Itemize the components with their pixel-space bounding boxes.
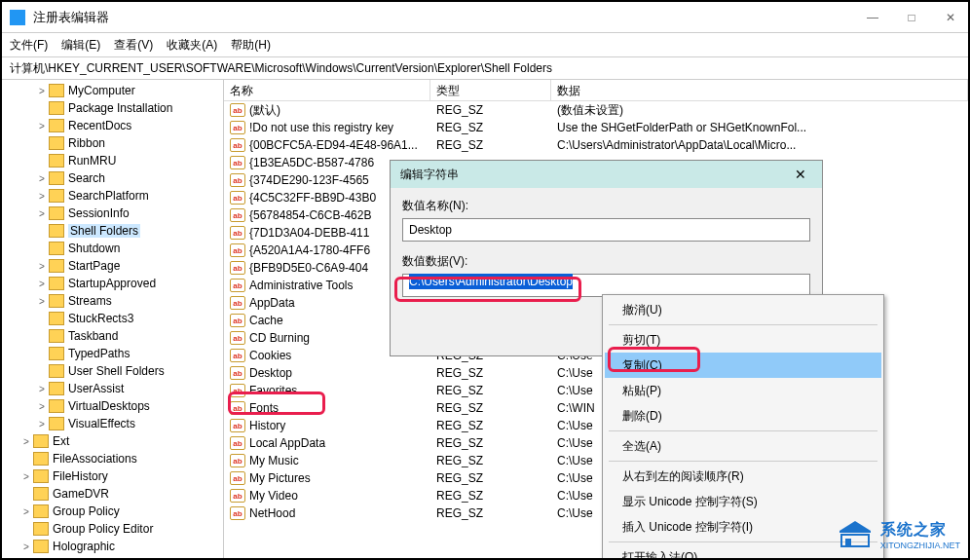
watermark-icon — [836, 519, 875, 550]
col-header-name[interactable]: 名称 — [224, 80, 430, 100]
menu-view[interactable]: 查看(V) — [114, 37, 153, 54]
menu-help[interactable]: 帮助(H) — [231, 37, 271, 54]
cell-type: REG_SZ — [430, 121, 551, 134]
col-header-type[interactable]: 类型 — [430, 80, 551, 100]
tree-item-label: FileAssociations — [53, 452, 137, 466]
folder-icon — [49, 242, 64, 255]
maximize-button[interactable]: □ — [902, 8, 921, 27]
folder-icon — [49, 294, 64, 308]
chevron-icon[interactable]: > — [35, 86, 49, 96]
reg-string-icon: ab — [230, 401, 245, 415]
cell-name: abLocal AppData — [224, 436, 430, 450]
context-menu-item[interactable]: 显示 Unicode 控制字符(S) — [605, 489, 881, 514]
folder-icon — [33, 452, 49, 466]
chevron-icon[interactable]: > — [35, 208, 49, 219]
chevron-icon[interactable]: > — [35, 279, 49, 289]
list-row[interactable]: ab!Do not use this registry keyREG_SZUse… — [224, 119, 968, 136]
cell-name: abHistory — [224, 419, 430, 432]
chevron-icon[interactable]: > — [19, 541, 33, 552]
tree-item[interactable]: Package Installation — [2, 99, 223, 117]
cell-data: C:\Users\Administrator\AppData\Local\Mic… — [551, 138, 968, 152]
reg-string-icon: ab — [230, 349, 245, 362]
context-menu-item[interactable]: 删除(D) — [605, 403, 881, 429]
context-menu-item[interactable]: 从右到左的阅读顺序(R) — [605, 464, 881, 489]
close-button[interactable]: ✕ — [941, 8, 960, 27]
list-row[interactable]: ab(默认)REG_SZ(数值未设置) — [224, 101, 968, 119]
reg-string-icon: ab — [230, 314, 245, 327]
tree-item[interactable]: Group Policy Editor — [2, 520, 223, 538]
context-menu-item[interactable]: 复制(C) — [605, 353, 881, 378]
value-name-input[interactable] — [402, 218, 810, 242]
chevron-icon[interactable]: > — [35, 191, 49, 202]
tree-item-label: SearchPlatform — [68, 189, 149, 203]
tree-item[interactable]: Shell Folders — [2, 222, 223, 240]
folder-icon — [49, 364, 64, 378]
svg-rect-1 — [845, 539, 851, 546]
folder-icon — [49, 312, 64, 325]
tree-item[interactable]: >VirtualDesktops — [2, 397, 223, 415]
tree-item[interactable]: Taskband — [2, 327, 223, 345]
chevron-icon[interactable]: > — [35, 296, 49, 307]
address-bar[interactable]: 计算机\HKEY_CURRENT_USER\SOFTWARE\Microsoft… — [2, 56, 968, 80]
tree-item[interactable]: >MyComputer — [2, 82, 223, 99]
menu-edit[interactable]: 编辑(E) — [61, 37, 100, 54]
tree-item[interactable]: >UserAssist — [2, 380, 223, 397]
chevron-icon[interactable]: > — [35, 419, 49, 429]
tree-item[interactable]: FileAssociations — [2, 450, 223, 467]
chevron-icon[interactable]: > — [19, 436, 33, 447]
context-menu-item[interactable]: 全选(A) — [605, 433, 881, 459]
list-row[interactable]: ab{00BCFC5A-ED94-4E48-96A1...REG_SZC:\Us… — [224, 136, 968, 154]
tree-item-label: FileHistory — [53, 469, 108, 483]
menu-favorites[interactable]: 收藏夹(A) — [167, 37, 217, 54]
cell-name: abDesktop — [224, 366, 430, 380]
tree-item[interactable]: TypedPaths — [2, 345, 223, 362]
cell-name: abMy Video — [224, 489, 430, 503]
cell-type: REG_SZ — [430, 506, 551, 520]
context-menu-item[interactable]: 剪切(T) — [605, 327, 881, 353]
tree-item-label: Streams — [68, 294, 112, 308]
folder-icon — [33, 469, 49, 483]
folder-icon — [49, 171, 64, 185]
tree-item[interactable]: Ribbon — [2, 134, 223, 152]
tree-item[interactable]: User Shell Folders — [2, 362, 223, 380]
tree-item[interactable]: >Holographic — [2, 538, 223, 555]
chevron-icon[interactable]: > — [19, 471, 33, 482]
tree-item-label: Shutdown — [68, 242, 120, 255]
chevron-icon[interactable]: > — [35, 121, 49, 131]
tree-item[interactable]: StuckRects3 — [2, 310, 223, 327]
watermark-url: XITONGZHIJIA.NET — [880, 541, 960, 550]
minimize-button[interactable]: — — [863, 8, 882, 27]
chevron-icon[interactable]: > — [35, 173, 49, 184]
cell-type: REG_SZ — [430, 103, 551, 117]
window-title: 注册表编辑器 — [33, 9, 863, 26]
tree-item-label: TypedPaths — [68, 347, 130, 360]
tree-item[interactable]: >StartupApproved — [2, 275, 223, 292]
chevron-icon[interactable]: > — [35, 384, 49, 394]
menu-file[interactable]: 文件(F) — [10, 37, 48, 54]
tree-item[interactable]: >Streams — [2, 292, 223, 310]
dialog-close-button[interactable]: ✕ — [789, 167, 812, 182]
reg-string-icon: ab — [230, 156, 245, 169]
chevron-icon[interactable]: > — [35, 401, 49, 412]
menubar: 文件(F) 编辑(E) 查看(V) 收藏夹(A) 帮助(H) — [2, 33, 968, 56]
chevron-icon[interactable]: > — [35, 261, 49, 272]
context-menu-item[interactable]: 撤消(U) — [605, 297, 881, 322]
tree-item[interactable]: >Group Policy — [2, 503, 223, 520]
context-menu-item[interactable]: 粘贴(P) — [605, 378, 881, 403]
tree-item[interactable]: >SessionInfo — [2, 205, 223, 222]
col-header-data[interactable]: 数据 — [551, 80, 968, 100]
folder-icon — [49, 189, 64, 203]
tree-item[interactable]: >RecentDocs — [2, 117, 223, 134]
tree-item[interactable]: >SearchPlatform — [2, 187, 223, 205]
tree-item[interactable]: RunMRU — [2, 152, 223, 169]
tree-item[interactable]: >VisualEffects — [2, 415, 223, 432]
tree-item[interactable]: >StartPage — [2, 257, 223, 275]
chevron-icon[interactable]: > — [19, 506, 33, 517]
tree-item[interactable]: >Ext — [2, 432, 223, 450]
tree-item[interactable]: >FileHistory — [2, 467, 223, 485]
reg-string-icon: ab — [230, 103, 245, 117]
tree-item[interactable]: >Search — [2, 169, 223, 187]
tree-item[interactable]: GameDVR — [2, 485, 223, 503]
tree-item[interactable]: Shutdown — [2, 240, 223, 257]
reg-string-icon: ab — [230, 191, 245, 205]
